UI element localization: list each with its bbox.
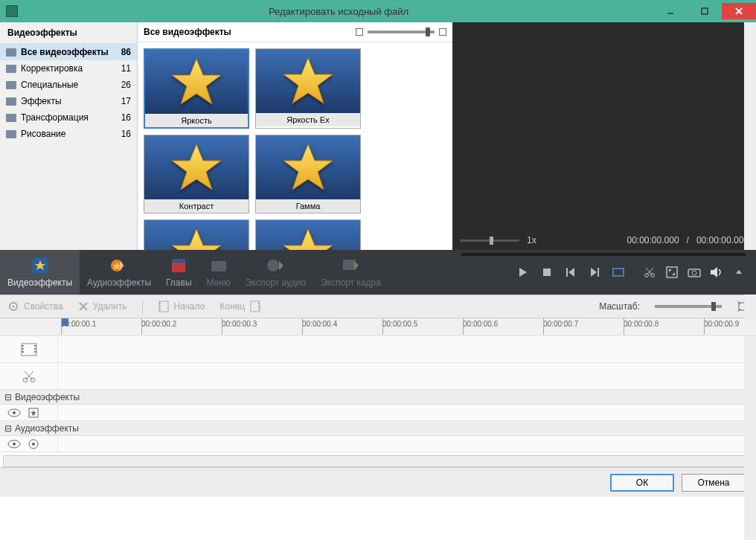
ruler-tick: 00:00:00.5 [382,318,463,335]
svg-line-32 [646,268,653,275]
svg-point-37 [692,271,696,275]
play-button[interactable] [516,266,530,279]
snapshot-icon[interactable] [688,266,701,279]
thumb-size-large-icon[interactable] [439,28,446,36]
volume-icon[interactable] [710,266,723,279]
timeline-ruler[interactable]: 00:00:00.100:00:00.200:00:00.300:00:00.4… [0,318,756,336]
gear-icon [7,300,19,312]
tab-export-audio-label: Экспорт аудио [246,277,306,288]
category-item[interactable]: Трансформация 16 [0,109,137,126]
tab-menu[interactable]: Меню [199,250,238,295]
eye-icon[interactable] [7,439,21,449]
filmstrip-icon [0,336,58,362]
sound-track-icon[interactable] [28,439,39,449]
close-button[interactable] [722,3,756,19]
tab-audio-effects[interactable]: Аудиоэффекты [80,250,158,295]
category-item[interactable]: Корректировка 11 [0,60,137,77]
ok-button[interactable]: ОК [610,474,674,492]
light-toolbar: Свойства Удалить Начало Конец Масштаб: [0,295,756,318]
category-item[interactable]: Все видеоэффекты 86 [0,44,137,60]
effect-card[interactable] [255,219,361,250]
svg-marker-5 [284,58,333,103]
collapse-icon[interactable]: ⊟ [4,392,12,402]
thumb-size-small-icon[interactable] [356,28,363,36]
svg-line-66 [25,371,33,380]
svg-rect-27 [598,268,599,277]
speed-label: 1x [527,235,536,245]
category-item[interactable]: Эффекты 17 [0,93,137,109]
audio-effects-track[interactable] [0,436,756,452]
svg-rect-33 [667,267,677,277]
tab-video-effects[interactable]: Видеоэффекты [0,250,80,295]
volume-up-arrow-icon[interactable] [732,266,746,279]
svg-marker-13 [120,261,124,270]
effect-label: Контраст [144,199,249,213]
eye-icon[interactable] [7,408,21,418]
svg-marker-7 [284,144,333,190]
svg-marker-9 [284,229,333,250]
minimize-button[interactable] [653,3,688,19]
tab-audio-effects-label: Аудиоэффекты [87,277,151,288]
loop-button[interactable] [612,266,625,279]
effect-card[interactable]: Гамма [255,135,361,213]
svg-rect-50 [258,306,260,307]
video-track[interactable] [0,336,756,363]
thumb-size-slider[interactable] [368,30,435,33]
audio-effects-track-header[interactable]: ⊟ Аудиоэффекты [0,421,756,436]
ruler-tick: 00:00:00.8 [624,318,704,335]
svg-line-31 [647,268,653,275]
stop-button[interactable] [540,266,554,279]
category-item[interactable]: Специальные 26 [0,77,137,93]
category-name: Эффекты [21,96,121,106]
collapse-icon[interactable]: ⊟ [4,423,12,434]
tab-export-audio[interactable]: Экспорт аудио [238,250,313,295]
video-effects-track[interactable] [0,405,756,421]
progress-bar[interactable] [461,253,746,256]
zoom-slider[interactable] [655,305,722,308]
folder-icon [6,65,16,73]
timeline-scrollbar[interactable] [3,455,753,467]
svg-marker-8 [172,229,221,250]
effects-pane: Все видеоэффекты Яркость Яркость Ex Конт… [138,22,452,250]
svg-point-69 [13,411,16,414]
video-effects-track-header[interactable]: ⊟ Видеоэффекты [0,390,756,405]
delete-button[interactable]: Удалить [78,301,127,312]
ruler-tick: 00:00:00.1 [61,318,141,335]
prev-frame-button[interactable] [564,266,577,279]
speed-slider[interactable] [460,240,519,242]
tab-chapters[interactable]: Главы [158,250,199,295]
svg-rect-47 [159,309,161,310]
svg-marker-39 [736,270,742,274]
maximize-button[interactable] [688,3,722,19]
effect-card[interactable] [144,219,249,250]
next-frame-button[interactable] [588,266,601,279]
time-total: 00:00:00.000 [696,235,749,245]
start-marker-button[interactable]: Начало [158,300,205,313]
svg-point-73 [13,443,16,446]
svg-rect-23 [543,269,551,276]
start-marker-icon [158,300,170,313]
time-current: 00:00:00.000 [627,235,679,245]
cut-track[interactable] [0,363,756,390]
svg-rect-45 [159,303,161,304]
effect-card[interactable]: Яркость [144,48,249,129]
fullscreen-icon[interactable] [665,266,679,279]
category-name: Корректировка [21,63,121,74]
properties-button[interactable]: Свойства [7,300,63,312]
svg-marker-38 [711,267,717,277]
preview-video [452,22,756,231]
effect-thumb [256,220,360,250]
delete-label: Удалить [93,301,127,312]
tab-export-frame[interactable]: Экспорт кадра [313,250,388,295]
effect-card[interactable]: Контраст [144,135,249,213]
scissors-icon [0,363,58,389]
end-marker-button[interactable]: Конец [220,300,261,313]
category-item[interactable]: Рисование 16 [0,126,137,142]
footer: ОК Отмена [0,467,756,497]
cancel-button[interactable]: Отмена [682,474,746,492]
effect-label: Яркость Ex [256,113,360,126]
effect-card[interactable]: Яркость Ex [255,48,361,129]
category-count: 26 [121,80,131,90]
cut-icon[interactable] [643,266,656,279]
star-track-icon[interactable] [28,408,39,418]
